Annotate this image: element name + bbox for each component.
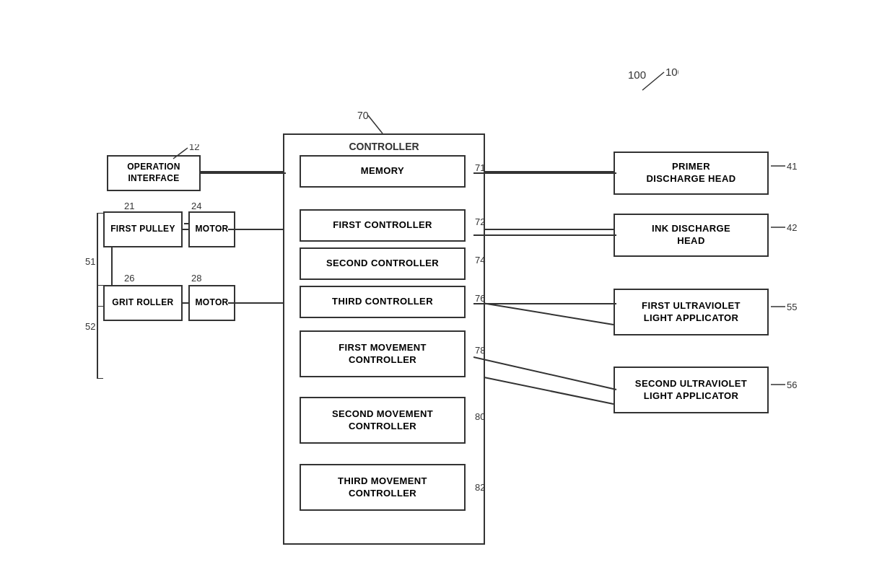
- svg-line-45: [473, 357, 616, 390]
- first-movement-box: FIRST MOVEMENT CONTROLLER: [300, 330, 466, 377]
- ink-discharge-label: INK DISCHARGE HEAD: [652, 223, 730, 247]
- first-controller-label: FIRST CONTROLLER: [333, 219, 432, 232]
- grit-roller-box: GRIT ROLLER: [103, 285, 183, 321]
- svg-text:100: 100: [665, 69, 678, 78]
- motor-24-label: MOTOR: [195, 224, 228, 235]
- ref-26: 26: [124, 273, 134, 284]
- ref-51: 51: [85, 256, 95, 267]
- motor-24-box: MOTOR: [188, 211, 235, 247]
- svg-line-11: [473, 375, 614, 404]
- grit-roller-label: GRIT ROLLER: [112, 297, 173, 309]
- first-pulley-box: FIRST PULLEY: [103, 211, 183, 247]
- ref-52: 52: [85, 321, 95, 332]
- ref-78: 78: [475, 345, 485, 356]
- figure-number: 100: [628, 69, 646, 81]
- ref-72: 72: [475, 216, 485, 227]
- third-controller-label: THIRD CONTROLLER: [332, 296, 433, 308]
- svg-text:42: 42: [787, 222, 797, 233]
- svg-text:41: 41: [787, 161, 797, 172]
- ref-80: 80: [475, 411, 485, 422]
- motor-28-label: MOTOR: [195, 297, 228, 309]
- motor-28-box: MOTOR: [188, 285, 235, 321]
- controller-title: CONTROLLER: [284, 141, 484, 152]
- svg-text:56: 56: [787, 379, 797, 390]
- primer-discharge-label: PRIMER DISCHARGE HEAD: [647, 161, 736, 185]
- ref-82: 82: [475, 482, 485, 493]
- svg-line-21: [368, 115, 383, 133]
- second-uv-box: SECOND ULTRAVIOLET LIGHT APPLICATOR: [614, 367, 769, 413]
- ref-74: 74: [475, 255, 485, 266]
- ref-71: 71: [475, 162, 485, 173]
- second-controller-label: SECOND CONTROLLER: [326, 258, 439, 270]
- operation-interface-label: OPERATION INTERFACE: [127, 162, 180, 184]
- ref-21: 21: [124, 201, 134, 211]
- third-controller-box: THIRD CONTROLLER: [300, 286, 466, 318]
- ref-28: 28: [191, 273, 201, 284]
- first-uv-label: FIRST ULTRAVIOLET LIGHT APPLICATOR: [642, 300, 741, 325]
- second-movement-box: SECOND MOVEMENT CONTROLLER: [300, 397, 466, 444]
- memory-box: MEMORY: [300, 155, 466, 188]
- first-pulley-label: FIRST PULLEY: [110, 224, 175, 235]
- diagram: 100 100 70 CONTROLLER MEMORY 71 FIRST CO…: [0, 0, 895, 588]
- ref-24: 24: [191, 201, 201, 211]
- third-movement-label: THIRD MOVEMENT CONTROLLER: [338, 475, 427, 500]
- svg-text:70: 70: [357, 112, 369, 121]
- third-movement-box: THIRD MOVEMENT CONTROLLER: [300, 464, 466, 511]
- memory-label: MEMORY: [361, 165, 404, 177]
- ink-discharge-box: INK DISCHARGE HEAD: [614, 214, 769, 257]
- svg-line-10: [473, 302, 614, 325]
- first-movement-label: FIRST MOVEMENT CONTROLLER: [339, 342, 427, 367]
- second-movement-label: SECOND MOVEMENT CONTROLLER: [332, 408, 433, 433]
- first-uv-box: FIRST ULTRAVIOLET LIGHT APPLICATOR: [614, 289, 769, 335]
- first-controller-box: FIRST CONTROLLER: [300, 209, 466, 242]
- primer-discharge-box: PRIMER DISCHARGE HEAD: [614, 152, 769, 195]
- svg-text:12: 12: [189, 144, 199, 152]
- ref-76: 76: [475, 293, 485, 304]
- svg-text:55: 55: [787, 302, 797, 312]
- operation-interface-box: OPERATION INTERFACE: [107, 155, 201, 191]
- second-controller-box: SECOND CONTROLLER: [300, 247, 466, 280]
- second-uv-label: SECOND ULTRAVIOLET LIGHT APPLICATOR: [635, 378, 747, 403]
